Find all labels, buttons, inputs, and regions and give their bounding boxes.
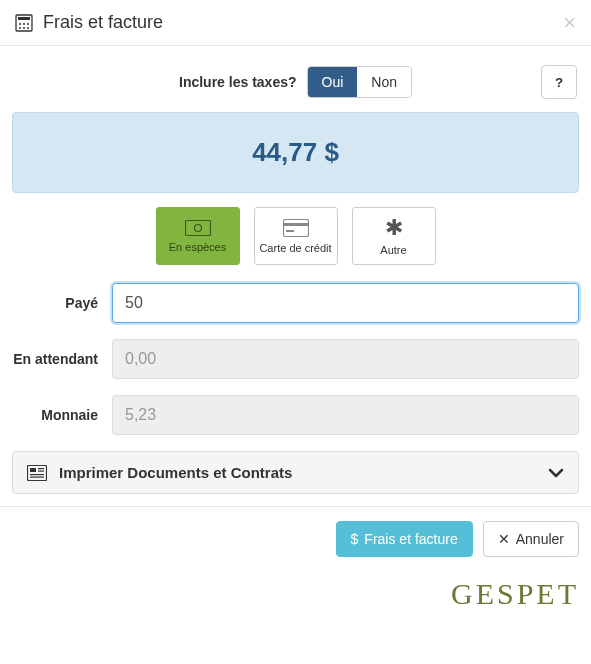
svg-point-5 (19, 27, 21, 29)
svg-point-4 (27, 23, 29, 25)
brand-logo: GESPET (0, 571, 591, 621)
credit-card-icon (283, 219, 309, 237)
svg-rect-1 (18, 17, 30, 20)
svg-point-3 (23, 23, 25, 25)
newspaper-icon (27, 465, 47, 481)
fees-invoice-button-label: Frais et facture (364, 531, 457, 547)
change-label: Monnaie (12, 407, 98, 423)
modal-body: Inclure les taxes? Oui Non ? 44,77 $ En … (0, 46, 591, 506)
paid-row: Payé (12, 283, 579, 323)
pay-method-cash[interactable]: En espèces (156, 207, 240, 265)
paid-input[interactable] (112, 283, 579, 323)
change-row: Monnaie (12, 395, 579, 435)
chevron-down-icon (548, 468, 564, 478)
svg-rect-14 (30, 468, 36, 472)
svg-rect-17 (30, 474, 44, 475)
svg-point-7 (27, 27, 29, 29)
asterisk-icon: ✱ (385, 217, 403, 239)
tax-toggle: Oui Non (307, 66, 412, 98)
help-button[interactable]: ? (541, 65, 577, 99)
svg-point-9 (194, 224, 201, 231)
modal-footer: $ Frais et facture ✕ Annuler (0, 506, 591, 571)
close-button[interactable]: × (563, 12, 576, 34)
svg-point-2 (19, 23, 21, 25)
include-taxes-label: Inclure les taxes? (179, 74, 297, 90)
pending-label: En attendant (12, 351, 98, 368)
pending-input (112, 339, 579, 379)
tax-no-button[interactable]: Non (357, 67, 411, 97)
svg-rect-16 (38, 470, 44, 471)
pay-method-other-label: Autre (380, 244, 406, 256)
total-amount: 44,77 $ (252, 137, 339, 167)
cancel-button-label: Annuler (516, 531, 564, 547)
svg-rect-15 (38, 468, 44, 469)
print-documents-title: Imprimer Documents et Contrats (59, 464, 536, 481)
svg-point-6 (23, 27, 25, 29)
svg-rect-10 (283, 219, 308, 236)
modal-header: Frais et facture × (0, 0, 591, 46)
cancel-button[interactable]: ✕ Annuler (483, 521, 579, 557)
print-documents-accordion[interactable]: Imprimer Documents et Contrats (12, 451, 579, 494)
total-amount-bar: 44,77 $ (12, 112, 579, 193)
svg-rect-13 (28, 465, 47, 480)
payment-methods: En espèces Carte de crédit ✱ Autre (12, 207, 579, 265)
pay-method-cash-label: En espèces (169, 241, 226, 253)
fees-invoice-modal: Frais et facture × Inclure les taxes? Ou… (0, 0, 591, 621)
fees-invoice-button[interactable]: $ Frais et facture (336, 521, 473, 557)
modal-title: Frais et facture (43, 12, 163, 33)
svg-rect-18 (30, 476, 44, 477)
pending-row: En attendant (12, 339, 579, 379)
change-input (112, 395, 579, 435)
pay-method-other[interactable]: ✱ Autre (352, 207, 436, 265)
svg-rect-12 (286, 230, 294, 232)
tax-row: Inclure les taxes? Oui Non ? (12, 58, 579, 112)
tax-yes-button[interactable]: Oui (308, 67, 358, 97)
pay-method-card[interactable]: Carte de crédit (254, 207, 338, 265)
svg-rect-8 (185, 220, 210, 235)
pay-method-card-label: Carte de crédit (259, 242, 331, 254)
dollar-icon: $ (351, 531, 359, 547)
cash-icon (185, 220, 211, 236)
svg-rect-11 (283, 223, 308, 226)
close-icon: ✕ (498, 531, 510, 547)
calculator-icon (15, 14, 33, 32)
paid-label: Payé (12, 295, 98, 311)
